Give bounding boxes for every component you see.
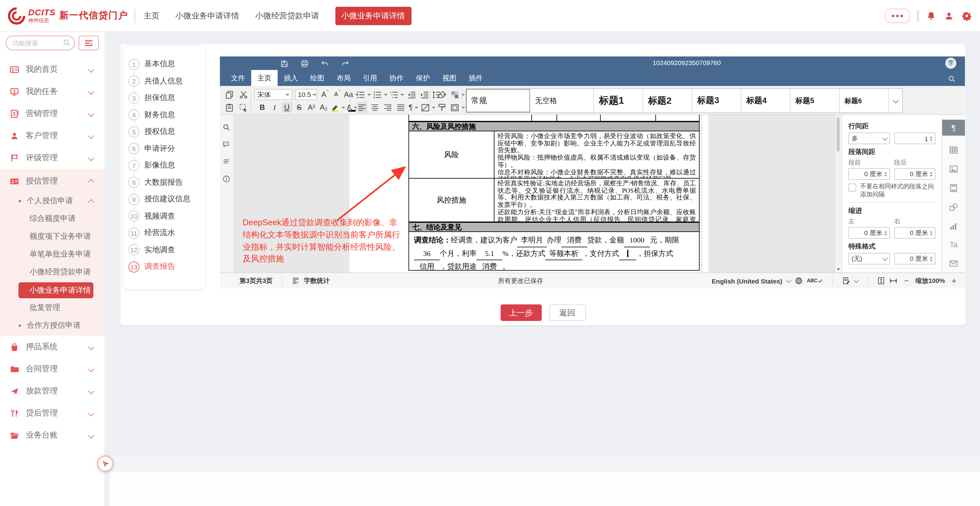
pilcrow-button[interactable]: ¶ — [408, 102, 419, 113]
editor-menu-tab[interactable]: 插件 — [463, 70, 489, 86]
save-button[interactable] — [279, 58, 290, 69]
editor-menu-tab[interactable]: 引用 — [357, 70, 383, 86]
zoom-out-button[interactable]: − — [902, 276, 911, 286]
word-count-label[interactable]: 字数统计 — [304, 276, 329, 285]
sidebar-item[interactable]: 我的首页 — [0, 58, 104, 80]
conclusion-blank[interactable]: 36 — [414, 247, 440, 260]
mail-merge-tab-icon[interactable] — [949, 259, 958, 268]
style-preset[interactable]: 标题3 — [692, 89, 741, 112]
italic-button[interactable]: I — [269, 102, 280, 113]
vertical-scrollbar[interactable] — [835, 115, 842, 273]
fit-page-icon[interactable] — [877, 277, 885, 285]
sidebar-item[interactable]: 额度项下业务申请 — [0, 228, 104, 246]
sidebar-item[interactable]: 合同管理 — [0, 358, 104, 380]
step-item[interactable]: 1基本信息 — [124, 56, 205, 73]
step-item[interactable]: 9授信建议信息 — [124, 191, 205, 208]
special-format-select[interactable]: (无) — [848, 253, 890, 265]
notifications-icon[interactable] — [926, 11, 936, 21]
nav-tab[interactable]: 小微业务申请详情 — [175, 10, 239, 21]
spellcheck-button[interactable]: ABC — [807, 278, 823, 284]
numbered-list-button[interactable] — [373, 89, 388, 100]
shapes-tab-icon[interactable] — [949, 203, 958, 212]
sidebar-item[interactable]: •合作方授信申请 — [0, 317, 104, 335]
table-tab-icon[interactable] — [949, 146, 958, 155]
step-item[interactable]: 6申请评分 — [124, 140, 205, 157]
style-preset[interactable]: 标题6 — [840, 89, 889, 112]
editor-menu-tab[interactable]: 主页 — [251, 70, 278, 86]
fit-width-icon[interactable] — [889, 277, 897, 285]
special-format-stepper[interactable]: 0 厘米 — [894, 253, 935, 265]
paste-button[interactable] — [224, 102, 235, 113]
style-preset[interactable]: 标题1 — [594, 89, 643, 112]
language-selector[interactable]: English (United States) — [711, 277, 782, 284]
print-button[interactable] — [299, 58, 310, 69]
conclusion-blank[interactable]: 消费 — [477, 260, 503, 271]
align-left-button[interactable] — [356, 102, 367, 113]
text-frame-button[interactable] — [450, 102, 465, 113]
align-right-button[interactable] — [382, 102, 393, 113]
indent-left-stepper[interactable]: 0 厘米 — [848, 227, 890, 239]
font-family-select[interactable]: 宋体 — [254, 89, 293, 100]
conclusion-blank[interactable] — [619, 247, 636, 260]
editor-menu-tab[interactable]: 保护 — [410, 70, 436, 86]
sidebar-item[interactable]: 我的任务 — [0, 80, 104, 103]
step-item[interactable]: 2共借人信息 — [124, 73, 205, 90]
align-justify-button[interactable] — [395, 102, 406, 113]
styles-expand-button[interactable] — [889, 89, 902, 112]
shading-button[interactable] — [421, 102, 436, 113]
grow-font-button[interactable]: Aˆ — [320, 89, 331, 100]
strikethrough-button[interactable]: S — [294, 102, 305, 113]
select-button[interactable] — [238, 102, 249, 113]
conclusion-blank[interactable]: 等额本析 — [546, 247, 582, 260]
scroll-down-button[interactable] — [836, 266, 842, 273]
bullet-list-button[interactable] — [356, 89, 371, 100]
line-spacing-stepper[interactable]: 1 — [894, 133, 935, 144]
sidebar-item[interactable]: 小微业务申请详情 — [0, 281, 104, 299]
back-button[interactable]: 返回 — [549, 305, 585, 321]
headings-icon[interactable] — [223, 158, 231, 166]
sidebar-item[interactable]: 小微经营贷款申请 — [0, 263, 104, 281]
copy-button[interactable] — [224, 89, 235, 100]
sidebar-item[interactable]: 客户管理 — [0, 125, 104, 147]
conclusion-blank[interactable]: 李明月 — [517, 234, 547, 247]
header-footer-tab-icon[interactable] — [949, 184, 958, 193]
avatar[interactable]: 李 — [945, 58, 956, 69]
spacing-before-stepper[interactable]: 0 厘米 — [848, 168, 890, 180]
increase-indent-button[interactable] — [419, 89, 430, 100]
undo-button[interactable] — [320, 58, 331, 69]
line-spacing-select[interactable]: 多 — [848, 133, 890, 144]
editor-menu-tab[interactable]: 视图 — [436, 70, 463, 86]
paragraph-tab[interactable]: ¶ — [942, 120, 965, 136]
eraser-button[interactable] — [436, 89, 447, 100]
conclusion-blank[interactable]: 信用 — [414, 260, 440, 271]
highlight-color-button[interactable] — [331, 102, 345, 113]
conclusion-blank[interactable]: 消费 — [562, 234, 587, 247]
conclusion-blank[interactable]: 1000 — [624, 234, 650, 247]
editor-menu-tab[interactable]: 布局 — [331, 70, 357, 86]
sidebar-item[interactable]: 授信管理 — [0, 170, 104, 192]
step-item[interactable]: 12实地调查 — [124, 241, 205, 259]
sidebar-item[interactable]: 业务台账 — [0, 424, 104, 446]
text-art-tab[interactable]: Ta — [950, 241, 957, 249]
superscript-button[interactable]: A² — [306, 102, 317, 113]
subscript-button[interactable]: A₂ — [318, 102, 329, 113]
redo-button[interactable] — [340, 58, 351, 69]
conclusion-blank[interactable]: 5.1 — [477, 247, 503, 260]
editor-menu-tab[interactable]: 文件 — [225, 70, 251, 86]
step-item[interactable]: 8大数据报告 — [124, 174, 205, 191]
word-count-icon[interactable] — [291, 277, 299, 285]
sidebar-item[interactable]: 贷后管理 — [0, 402, 104, 424]
format-painter-button[interactable] — [436, 102, 447, 113]
menu-collapse-button[interactable] — [79, 36, 99, 50]
editor-menu-tab[interactable]: 插入 — [278, 70, 304, 86]
track-changes-icon[interactable] — [842, 277, 850, 285]
chart-tab-icon[interactable] — [949, 222, 958, 231]
shrink-font-button[interactable]: Aˇ — [332, 89, 343, 100]
sidebar-item[interactable]: 综合额度申请 — [0, 210, 104, 228]
multilevel-list-button[interactable] — [390, 89, 404, 100]
editor-search-icon[interactable] — [948, 75, 956, 83]
nav-tab[interactable]: 主页 — [143, 10, 159, 21]
sidebar-item[interactable]: 单笔单批业务申请 — [0, 246, 104, 263]
zoom-in-button[interactable]: + — [949, 276, 959, 286]
font-color-button[interactable]: A — [347, 102, 358, 113]
